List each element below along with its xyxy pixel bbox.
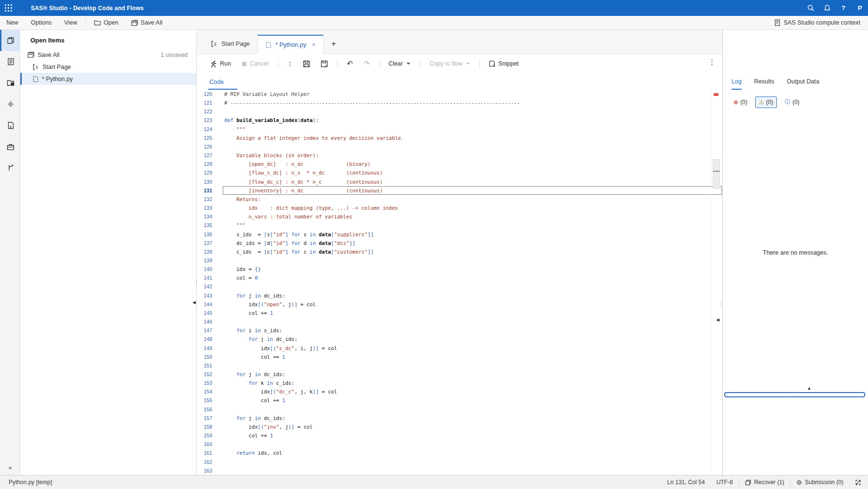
code-line-139[interactable]: 139	[197, 256, 722, 265]
code-line-149[interactable]: 149 idx[("s_dc", i, j)] = col	[197, 344, 722, 353]
close-tab-icon[interactable]: ×	[312, 41, 315, 48]
expand-status-button[interactable]	[849, 475, 861, 489]
tab-results[interactable]: Results	[754, 78, 774, 90]
log-panel-resize-handle[interactable]: ····	[724, 392, 865, 397]
editor-scrollbar[interactable]	[711, 90, 721, 475]
search-button[interactable]	[802, 0, 819, 16]
menu-new[interactable]: New	[0, 16, 25, 30]
code-line-128[interactable]: 128 [open_dc] : n_dc (binary)	[197, 160, 722, 168]
code-line-129[interactable]: 129 [flow_s_dc] : n_s * n_dc (continuous…	[197, 168, 722, 177]
resize-grip-arrow: ▲	[807, 386, 812, 391]
code-line-130[interactable]: 130 [flow_dc_c] : n_dc * n_c (continuous…	[197, 177, 722, 186]
code-line-138[interactable]: 138 c_ids = [c["id"] for c in data["cust…	[197, 247, 722, 256]
code-line-142[interactable]: 142	[197, 282, 722, 291]
code-line-135[interactable]: 135 """	[197, 221, 722, 230]
code-line-144[interactable]: 144 idx[("open", j)] = col	[197, 300, 722, 309]
menu-save-all[interactable]: Save All	[125, 16, 169, 30]
code-line-147[interactable]: 147 for i in s_ids:	[197, 326, 722, 335]
code-line-137[interactable]: 137 dc_ids = [d["id"] for d in data["dcs…	[197, 239, 722, 247]
new-tab-button[interactable]: +	[324, 34, 344, 54]
code-line-150[interactable]: 150 col += 1	[197, 353, 722, 361]
rail-steps[interactable]	[0, 94, 20, 115]
copy-to-flow-button[interactable]: Copy to flow	[425, 58, 475, 69]
code-line-136[interactable]: 136 s_ids = [s["id"] for s in data["supp…	[197, 230, 722, 239]
notifications-button[interactable]	[819, 0, 835, 16]
code-line-155[interactable]: 155 col += 1	[197, 396, 722, 405]
code-line-158[interactable]: 158 idx[("inv", j)] = col	[197, 422, 722, 431]
submit-icon: ↥	[287, 60, 292, 68]
clear-dropdown-button[interactable]: Clear	[384, 58, 415, 69]
code-line-152[interactable]: 152 for j in dc_ids:	[197, 370, 722, 379]
code-line-154[interactable]: 154 idx[("dc_c", j, k)] = col	[197, 387, 722, 396]
rail-open-items[interactable]	[0, 30, 20, 51]
code-line-122[interactable]: 122	[197, 107, 722, 116]
code-line-143[interactable]: 143 for j in dc_ids:	[197, 291, 722, 300]
tab-start-page[interactable]: S Start Page	[203, 34, 258, 54]
code-line-132[interactable]: 132 Returns:	[197, 195, 722, 204]
snippet-button[interactable]: Snippet	[485, 58, 523, 69]
tab-output-data[interactable]: Output Data	[787, 78, 819, 90]
code-line-133[interactable]: 133 idx : dict mapping (type, ...) -> co…	[197, 204, 722, 212]
menu-open[interactable]: Open	[88, 16, 125, 30]
code-line-160[interactable]: 160	[197, 440, 722, 448]
rail-git[interactable]	[0, 157, 20, 178]
rail-snippets[interactable]	[0, 115, 20, 136]
code-editor[interactable]: 120# MIP Variable Layout Helper121# ----…	[197, 90, 722, 475]
menu-view[interactable]: View	[58, 16, 83, 30]
code-line-125[interactable]: 125 Assign a flat integer index to every…	[197, 134, 722, 142]
tab-log[interactable]: Log	[732, 78, 742, 90]
code-line-163[interactable]: 163	[197, 466, 722, 475]
code-line-131[interactable]: 131 [inventory] : n_dc (continuous)	[197, 186, 722, 195]
save-button[interactable]	[298, 58, 314, 70]
code-line-141[interactable]: 141 col = 0	[197, 273, 722, 282]
compute-context[interactable]: SAS Studio compute context	[774, 19, 868, 26]
open-items-save-all[interactable]: Save All 1 unsaved	[20, 49, 196, 61]
code-line-161[interactable]: 161 return idx, col	[197, 448, 722, 457]
left-panel-collapse-arrow[interactable]: ◀	[192, 300, 196, 305]
code-line-157[interactable]: 157 for j in dc_ids:	[197, 414, 722, 422]
toolbar-overflow-menu[interactable]: ⋮	[708, 58, 716, 67]
code-line-162[interactable]: 162	[197, 458, 722, 466]
toolbar-separator	[420, 59, 420, 68]
user-avatar[interactable]: P	[852, 0, 868, 16]
code-line-151[interactable]: 151	[197, 361, 722, 370]
app-launcher-button[interactable]	[0, 0, 17, 16]
scrollbar-thumb[interactable]	[713, 159, 720, 189]
open-item-python-file[interactable]: * Python.py	[20, 73, 196, 85]
rail-expand-button[interactable]: »	[0, 464, 20, 471]
redo-button[interactable]: ↷	[359, 57, 374, 70]
code-line-134[interactable]: 134 n_vars : total number of variables	[197, 212, 722, 221]
submit-button[interactable]: ↥	[283, 58, 297, 70]
rail-explorer[interactable]	[0, 72, 20, 94]
code-line-146[interactable]: 146	[197, 317, 722, 326]
rail-log[interactable]	[0, 51, 20, 72]
error-filter-badge[interactable]: ⊗ (0)	[730, 96, 751, 108]
run-button[interactable]: Run	[205, 58, 235, 70]
code-line-148[interactable]: 148 for j in dc_ids:	[197, 335, 722, 343]
save-as-button[interactable]	[316, 58, 332, 70]
code-line-123[interactable]: 123def build_variable_index(data):	[197, 116, 722, 124]
rail-tasks[interactable]	[0, 136, 20, 157]
tab-code[interactable]: Code	[208, 79, 237, 90]
open-item-start-page[interactable]: S Start Page	[20, 61, 196, 73]
submission-button[interactable]: ⚙ Submission (0)	[790, 475, 849, 489]
warning-filter-badge[interactable]: ⚠ (0)	[755, 96, 777, 108]
menu-options[interactable]: Options	[25, 16, 58, 30]
code-line-159[interactable]: 159 col += 1	[197, 431, 722, 440]
chevron-down-icon	[407, 63, 410, 65]
code-line-140[interactable]: 140 idx = {}	[197, 265, 722, 273]
info-filter-badge[interactable]: ⓘ (0)	[781, 95, 803, 109]
code-line-120[interactable]: 120# MIP Variable Layout Helper	[197, 90, 722, 98]
code-line-156[interactable]: 156	[197, 405, 722, 414]
code-line-124[interactable]: 124 """	[197, 125, 722, 134]
undo-button[interactable]: ↶	[342, 57, 357, 70]
code-line-127[interactable]: 127 Variable blocks (in order):	[197, 151, 722, 160]
code-line-153[interactable]: 153 for k in c_ids:	[197, 379, 722, 387]
code-line-126[interactable]: 126	[197, 142, 722, 151]
recover-button[interactable]: Recover (1)	[739, 475, 790, 489]
tab-python-file[interactable]: * Python.py ×	[258, 35, 324, 54]
code-line-121[interactable]: 121# -----------------------------------…	[197, 98, 722, 107]
code-line-145[interactable]: 145 col += 1	[197, 309, 722, 317]
help-button[interactable]: ?	[835, 0, 852, 16]
cancel-button[interactable]: Cancel	[237, 58, 273, 69]
